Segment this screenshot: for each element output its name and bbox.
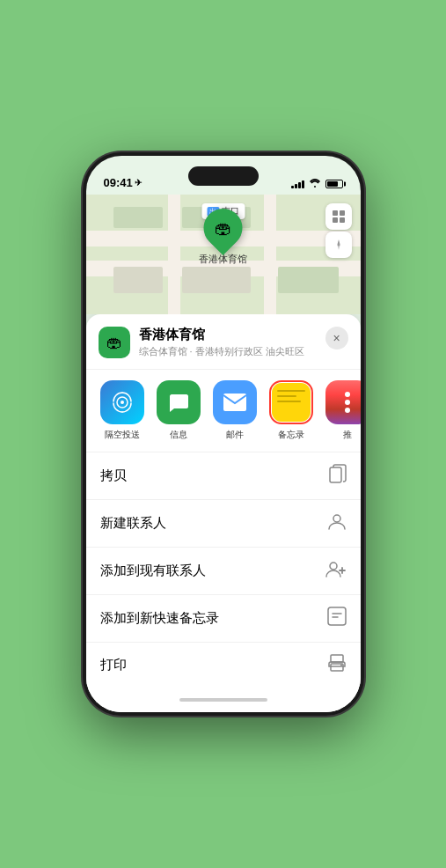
more-dot-2 — [345, 400, 350, 405]
svg-rect-0 — [333, 210, 338, 216]
building-5 — [278, 267, 339, 293]
status-icons — [291, 179, 343, 189]
new-contact-label: 新建联系人 — [100, 515, 166, 532]
map-area[interactable]: 出 南口 — [86, 195, 361, 314]
status-time: 09:41 ✈ — [104, 176, 142, 189]
bottom-sheet: 🏟 香港体育馆 综合体育馆 · 香港特别行政区 油尖旺区 × — [86, 314, 361, 712]
notes-label: 备忘录 — [278, 429, 304, 441]
signal-bar-4 — [302, 180, 304, 188]
new-contact-icon — [327, 511, 347, 535]
action-add-existing[interactable]: 添加到现有联系人 — [86, 548, 361, 595]
share-message[interactable]: 信息 — [155, 380, 202, 441]
signal-bar-3 — [298, 182, 301, 188]
map-controls — [325, 203, 352, 258]
svg-point-4 — [337, 244, 340, 246]
add-notes-icon — [327, 607, 347, 630]
svg-point-6 — [121, 401, 124, 404]
wifi-icon — [309, 179, 321, 189]
more-dot-1 — [345, 392, 350, 397]
venue-icon: 🏟 — [99, 327, 130, 358]
copy-label: 拷贝 — [100, 467, 127, 484]
close-button[interactable]: × — [325, 327, 348, 349]
building-3 — [113, 267, 163, 293]
share-mail[interactable]: 邮件 — [211, 380, 259, 441]
building-1 — [113, 207, 163, 228]
action-print[interactable]: 打印 — [86, 643, 361, 688]
more-label: 推 — [343, 429, 352, 441]
svg-rect-2 — [333, 217, 338, 223]
svg-point-11 — [330, 563, 337, 570]
signal-bars — [291, 180, 304, 188]
notes-selected-border — [269, 380, 313, 424]
mail-label: 邮件 — [226, 429, 244, 441]
add-existing-icon — [325, 559, 347, 583]
home-indicator — [86, 688, 361, 712]
message-icon — [157, 380, 201, 424]
venue-emoji: 🏟 — [106, 334, 122, 352]
pin-inner-icon: 🏟 — [215, 218, 232, 239]
share-airdrop[interactable]: 隔空投送 — [99, 380, 146, 441]
notes-line-1 — [277, 390, 305, 392]
phone-frame: 09:41 ✈ — [83, 152, 364, 716]
svg-point-10 — [333, 515, 340, 522]
message-label: 信息 — [170, 429, 187, 441]
copy-icon — [329, 464, 347, 488]
dynamic-island — [188, 166, 259, 186]
time-display: 09:41 — [104, 176, 133, 189]
share-row: 隔空投送 信息 — [86, 370, 361, 452]
road-v-1 — [168, 195, 180, 314]
svg-rect-1 — [340, 210, 345, 216]
svg-rect-3 — [340, 217, 345, 223]
compass-button[interactable] — [325, 232, 352, 258]
svg-rect-13 — [331, 655, 343, 662]
venue-header: 🏟 香港体育馆 综合体育馆 · 香港特别行政区 油尖旺区 × — [86, 327, 361, 370]
more-icon — [325, 380, 361, 424]
map-type-button[interactable] — [325, 203, 352, 230]
close-icon: × — [333, 331, 340, 345]
svg-point-15 — [340, 665, 342, 666]
venue-name: 香港体育馆 — [139, 327, 317, 343]
signal-bar-1 — [291, 186, 294, 188]
pin-circle: 🏟 — [195, 201, 250, 255]
svg-rect-9 — [330, 467, 341, 482]
print-label: 打印 — [100, 657, 127, 673]
battery-fill — [327, 181, 339, 187]
building-4 — [182, 267, 251, 293]
more-dot-3 — [345, 408, 350, 413]
mail-icon — [213, 380, 257, 424]
print-icon — [327, 654, 347, 676]
stadium-pin: 🏟 香港体育馆 — [199, 209, 247, 266]
battery-icon — [325, 180, 343, 188]
share-notes[interactable]: 备忘录 — [267, 380, 315, 441]
phone-screen: 09:41 ✈ — [86, 156, 361, 712]
road-v-2 — [264, 195, 276, 314]
add-notes-label: 添加到新快速备忘录 — [100, 610, 219, 627]
action-new-contact[interactable]: 新建联系人 — [86, 500, 361, 548]
airdrop-icon — [100, 380, 144, 424]
action-add-notes[interactable]: 添加到新快速备忘录 — [86, 595, 361, 643]
home-bar — [179, 698, 267, 702]
venue-subtitle: 综合体育馆 · 香港特别行政区 油尖旺区 — [139, 345, 317, 358]
notes-icon — [272, 383, 311, 422]
airdrop-label: 隔空投送 — [105, 429, 140, 441]
svg-rect-12 — [328, 607, 346, 625]
notes-line-2 — [277, 395, 296, 397]
signal-bar-2 — [295, 184, 297, 188]
location-arrow-icon: ✈ — [135, 178, 142, 188]
share-more[interactable]: 推 — [324, 380, 361, 441]
action-list: 拷贝 新建联系人 — [86, 452, 361, 688]
notes-line-3 — [277, 401, 301, 402]
action-copy[interactable]: 拷贝 — [86, 452, 361, 500]
add-existing-label: 添加到现有联系人 — [100, 563, 206, 579]
venue-info: 香港体育馆 综合体育馆 · 香港特别行政区 油尖旺区 — [139, 327, 317, 358]
